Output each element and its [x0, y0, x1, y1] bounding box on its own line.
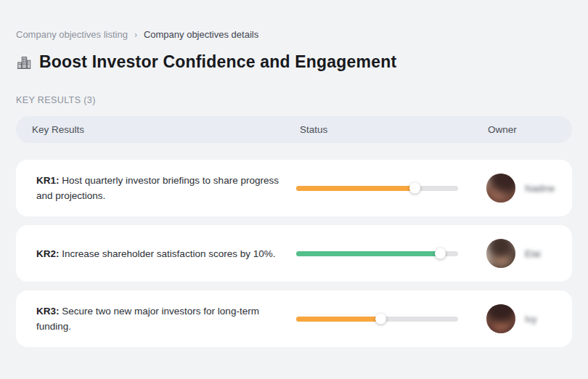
- page-title-row: Boost Investor Confidence and Engagement: [16, 52, 572, 72]
- column-header-owner: Owner: [488, 124, 572, 135]
- kr-text-label: Secure two new major investors for long-…: [36, 306, 259, 332]
- kr-description: KR1: Host quarterly investor briefings t…: [36, 173, 287, 203]
- progress-fill: [296, 251, 440, 256]
- owner-cell: Elai: [458, 239, 572, 268]
- key-result-row-kr3: KR3: Secure two new major investors for …: [16, 290, 572, 347]
- table-header-row: Key Results Status Owner: [16, 116, 572, 143]
- owner-name: Nadine: [525, 183, 555, 194]
- key-result-row-kr1: KR1: Host quarterly investor briefings t…: [16, 160, 572, 216]
- key-results-section-label: KEY RESULTS (3): [16, 95, 572, 105]
- progress-fill: [296, 317, 380, 322]
- breadcrumb: Company objectives listing › Company obj…: [16, 29, 572, 40]
- progress-fill: [296, 186, 415, 191]
- avatar: [486, 239, 515, 268]
- kr-id-label: KR1:: [36, 175, 60, 186]
- breadcrumb-listing-link[interactable]: Company objectives listing: [16, 29, 128, 40]
- page-title: Boost Investor Confidence and Engagement: [39, 52, 396, 72]
- key-results-list: KR1: Host quarterly investor briefings t…: [16, 160, 572, 347]
- progress-slider-track[interactable]: [296, 317, 458, 322]
- chevron-right-icon: ›: [134, 30, 137, 40]
- key-result-row-kr2: KR2: Increase shareholder satisfaction s…: [16, 225, 572, 282]
- progress-slider-handle[interactable]: [375, 314, 386, 325]
- owner-cell: Ivy: [458, 304, 572, 333]
- owner-name: Ivy: [525, 314, 537, 325]
- building-icon: [16, 54, 32, 70]
- avatar: [486, 304, 515, 333]
- kr-text-label: Increase shareholder satisfaction scores…: [62, 248, 275, 259]
- progress-slider-track[interactable]: [296, 251, 458, 256]
- progress-slider-handle[interactable]: [409, 183, 420, 194]
- breadcrumb-current: Company objectives details: [144, 29, 258, 40]
- kr-description: KR3: Secure two new major investors for …: [36, 303, 287, 334]
- column-header-status: Status: [300, 124, 488, 135]
- progress-slider-handle[interactable]: [435, 248, 446, 259]
- kr-id-label: KR3:: [36, 306, 60, 317]
- objective-details-page: Company objectives listing › Company obj…: [0, 0, 588, 347]
- kr-text-label: Host quarterly investor briefings to sha…: [36, 175, 279, 201]
- kr-id-label: KR2:: [36, 248, 60, 259]
- kr-description: KR2: Increase shareholder satisfaction s…: [36, 246, 287, 261]
- owner-name: Elai: [525, 248, 541, 259]
- progress-slider-track[interactable]: [296, 186, 458, 191]
- avatar: [486, 174, 515, 203]
- owner-cell: Nadine: [458, 174, 572, 203]
- column-header-key-results: Key Results: [32, 124, 300, 135]
